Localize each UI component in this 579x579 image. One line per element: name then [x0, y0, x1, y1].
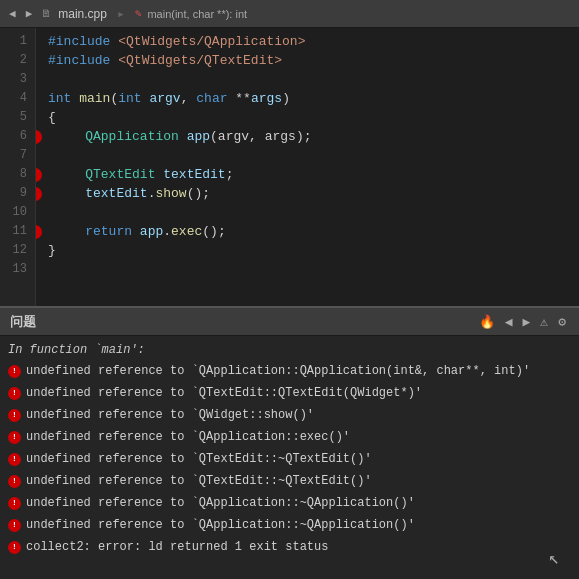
code-line-5: { [48, 108, 579, 127]
problems-title: 问题 [10, 313, 36, 331]
error-icon-6: ! [8, 475, 21, 488]
problems-list[interactable]: In function `main': ! undefined referenc… [0, 336, 579, 579]
error-icon-8: ! [8, 519, 21, 532]
back-arrow[interactable]: ◀ [6, 6, 19, 21]
problems-panel: 问题 🔥 ◀ ▶ ⚠ ⚙ In function `main': ! undef… [0, 308, 579, 579]
code-line-9: ! textEdit.show(); [48, 184, 579, 203]
line-numbers: 1 2 3 4 5 6 7 8 9 10 11 12 13 [0, 28, 36, 306]
code-line-8: ! QTextEdit textEdit; [48, 165, 579, 184]
navigation-arrows[interactable]: ◀ ▶ [6, 6, 35, 21]
error-text-5: undefined reference to `QTextEdit::~QTex… [26, 450, 372, 468]
error-icon-3: ! [8, 409, 21, 422]
next-error-button[interactable]: ▶ [520, 313, 534, 331]
error-icon-5: ! [8, 453, 21, 466]
in-function-info: In function `main': [0, 340, 579, 360]
error-item-8[interactable]: ! undefined reference to `QApplication::… [0, 514, 579, 536]
filter-fire-button[interactable]: 🔥 [476, 313, 498, 331]
error-text-3: undefined reference to `QWidget::show()' [26, 406, 314, 424]
code-editor[interactable]: 1 2 3 4 5 6 7 8 9 10 11 12 13 #include <… [0, 28, 579, 308]
error-item-1[interactable]: ! undefined reference to `QApplication::… [0, 360, 579, 382]
file-name: main.cpp [58, 7, 107, 21]
error-item-6[interactable]: ! undefined reference to `QTextEdit::~QT… [0, 470, 579, 492]
pencil-icon: ✎ [135, 7, 142, 20]
error-text-1: undefined reference to `QApplication::QA… [26, 362, 530, 380]
error-item-5[interactable]: ! undefined reference to `QTextEdit::~QT… [0, 448, 579, 470]
error-text-6: undefined reference to `QTextEdit::~QTex… [26, 472, 372, 490]
error-text-2: undefined reference to `QTextEdit::QText… [26, 384, 422, 402]
code-line-13 [48, 260, 579, 279]
error-item-3[interactable]: ! undefined reference to `QWidget::show(… [0, 404, 579, 426]
code-line-7 [48, 146, 579, 165]
error-icon-7: ! [8, 497, 21, 510]
function-signature: main(int, char **): int [147, 8, 247, 20]
code-line-4: int main(int argv, char **args) [48, 89, 579, 108]
error-text-9: collect2: error: ld returned 1 exit stat… [26, 538, 328, 556]
error-text-4: undefined reference to `QApplication::ex… [26, 428, 350, 446]
error-item-9[interactable]: ! collect2: error: ld returned 1 exit st… [0, 536, 579, 558]
error-text-8: undefined reference to `QApplication::~Q… [26, 516, 415, 534]
code-line-2: #include <QtWidgets/QTextEdit> [48, 51, 579, 70]
error-marker-9: ! [36, 187, 42, 201]
error-icon-2: ! [8, 387, 21, 400]
error-item-4[interactable]: ! undefined reference to `QApplication::… [0, 426, 579, 448]
title-bar: ◀ ▶ 🗎 main.cpp ▸ ✎ main(int, char **): i… [0, 0, 579, 28]
code-line-3 [48, 70, 579, 89]
error-item-7[interactable]: ! undefined reference to `QApplication::… [0, 492, 579, 514]
code-line-11: ! return app.exec(); [48, 222, 579, 241]
problems-toolbar[interactable]: 🔥 ◀ ▶ ⚠ ⚙ [476, 313, 569, 331]
error-marker-11: ! [36, 225, 42, 239]
error-icon-1: ! [8, 365, 21, 378]
file-icon: 🗎 [41, 7, 52, 20]
problems-header: 问题 🔥 ◀ ▶ ⚠ ⚙ [0, 308, 579, 336]
forward-arrow[interactable]: ▶ [23, 6, 36, 21]
code-line-10 [48, 203, 579, 222]
code-line-1: #include <QtWidgets/QApplication> [48, 32, 579, 51]
code-line-6: ! QApplication app(argv, args); [48, 127, 579, 146]
settings-filter-button[interactable]: ⚙ [555, 313, 569, 331]
prev-error-button[interactable]: ◀ [502, 313, 516, 331]
error-marker-6: ! [36, 130, 42, 144]
error-icon-9: ! [8, 541, 21, 554]
error-icon-4: ! [8, 431, 21, 444]
error-marker-8: ! [36, 168, 42, 182]
code-content-area[interactable]: #include <QtWidgets/QApplication> #inclu… [36, 28, 579, 306]
warning-filter-button[interactable]: ⚠ [537, 313, 551, 331]
breadcrumb-separator: ▸ [117, 6, 125, 22]
error-text-7: undefined reference to `QApplication::~Q… [26, 494, 415, 512]
code-line-12: } [48, 241, 579, 260]
error-item-2[interactable]: ! undefined reference to `QTextEdit::QTe… [0, 382, 579, 404]
